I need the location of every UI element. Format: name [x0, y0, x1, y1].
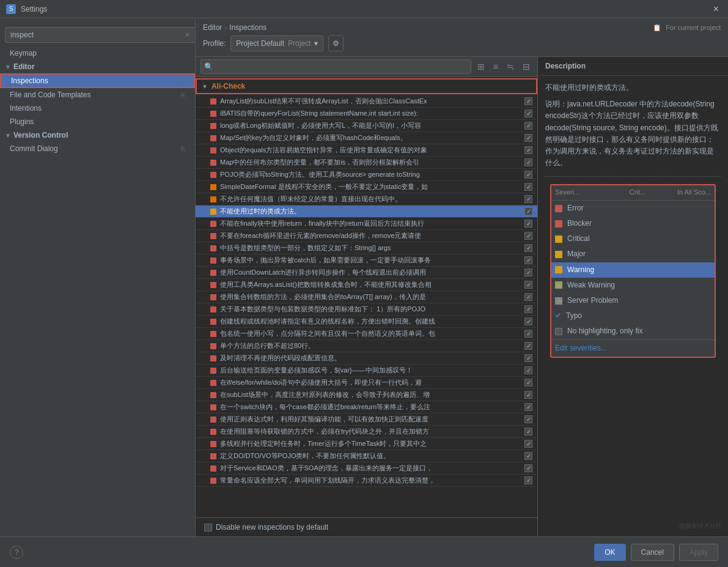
- table-row[interactable]: 不能在finally块中使用return，finally块中的return返回后…: [196, 218, 537, 230]
- table-row[interactable]: 多线程并行处理定时任务时，Timer运行多个TimeTask时，只要其中之: [196, 438, 537, 450]
- edit-severities-link[interactable]: Edit severities...: [551, 339, 715, 357]
- severity-item-typo[interactable]: ✔ Typo: [551, 308, 715, 324]
- severity-item-server-problem[interactable]: Server Problem: [551, 293, 715, 308]
- ali-check-group-header[interactable]: ▼ Ali-Check: [196, 78, 537, 94]
- inspection-checkbox[interactable]: [524, 244, 532, 252]
- inspection-checkbox[interactable]: [524, 476, 532, 484]
- inspection-checkbox[interactable]: [524, 330, 532, 338]
- table-row[interactable]: iBATIS自带的queryForList(String statementNa…: [196, 108, 537, 120]
- table-row[interactable]: 不能使用过时的类或方法。: [196, 206, 537, 218]
- ok-button[interactable]: OK: [594, 544, 625, 561]
- inspection-checkbox[interactable]: [524, 109, 532, 117]
- sidebar-search-input[interactable]: [5, 27, 196, 43]
- cancel-button[interactable]: Cancel: [631, 544, 674, 561]
- inspection-checkbox[interactable]: [524, 207, 532, 215]
- inspection-checkbox[interactable]: [524, 134, 532, 142]
- table-row[interactable]: 关于基本数据类型与包装数据类型的使用标准如下： 1）所有的POJO: [196, 303, 537, 316]
- table-row[interactable]: 使用CountDownLatch进行异步转同步操作，每个线程退出前必须调用: [196, 267, 537, 279]
- severity-item-critical[interactable]: Critical: [551, 231, 715, 246]
- inspection-checkbox[interactable]: [524, 158, 532, 166]
- search-clear-icon[interactable]: ×: [185, 30, 190, 40]
- inspection-checkbox[interactable]: [524, 220, 532, 228]
- table-row[interactable]: 包名统一使用小写，点分隔符之间有且仅有一个自然语义的英语单词。包: [196, 328, 537, 340]
- sidebar-item-plugins[interactable]: Plugins: [0, 115, 195, 128]
- sort-asc-button[interactable]: ≡: [491, 61, 501, 73]
- table-row[interactable]: 不允许任何魔法值（即未经定义的常量）直接出现在代码中。: [196, 193, 537, 206]
- sidebar-item-editor[interactable]: ▼ Editor: [0, 60, 195, 73]
- table-row[interactable]: 在使用阻塞等待获取锁的方式中，必须在try代码块之外，并且在加锁方: [196, 426, 537, 438]
- table-row[interactable]: 使用集合转数组的方法，必须使用集合的toArray(T[] array)，传入的…: [196, 291, 537, 303]
- sidebar-item-inspections[interactable]: Inspections ⎘: [0, 73, 195, 88]
- sidebar-item-commit-dialog[interactable]: Commit Dialog ⎘: [0, 142, 195, 155]
- inspection-checkbox[interactable]: [524, 464, 532, 472]
- severity-item-blocker[interactable]: Blocker: [551, 216, 715, 231]
- inspection-checkbox[interactable]: [524, 195, 532, 203]
- table-row[interactable]: 单个方法的总行数不超过80行。: [196, 340, 537, 352]
- filter-button[interactable]: ⊞: [475, 61, 487, 73]
- table-row[interactable]: Map中的任何布尔类型的变量，都不要加is，否则部分框架解析会引: [196, 157, 537, 169]
- sort-desc-button[interactable]: ≒: [504, 61, 517, 73]
- severity-item-warning[interactable]: Warning: [551, 262, 715, 278]
- grid-button[interactable]: ⊟: [520, 61, 532, 73]
- inspection-checkbox[interactable]: [524, 342, 532, 350]
- table-row[interactable]: 使用正则表达式时，利用好其预编译功能，可以有效加快正则匹配速度: [196, 413, 537, 426]
- table-row[interactable]: 定义DO/DTO/VO等POJO类时，不要加任何属性默认值。: [196, 450, 537, 462]
- table-row[interactable]: 及时清理不再使用的代码段或配置信息。: [196, 352, 537, 365]
- copy-icon[interactable]: ⎘: [180, 77, 184, 84]
- inspection-search-input[interactable]: [200, 59, 471, 74]
- severity-item-major[interactable]: Major: [551, 246, 715, 262]
- table-row[interactable]: Object的equals方法容易抛空指针异常，应使用常量或确定有值的对象: [196, 144, 537, 157]
- gear-button[interactable]: ⚙: [328, 35, 344, 51]
- inspection-checkbox[interactable]: [524, 97, 532, 105]
- inspection-checkbox[interactable]: [524, 366, 532, 374]
- inspection-checkbox[interactable]: [524, 232, 532, 240]
- inspection-checkbox[interactable]: [524, 354, 532, 362]
- table-row[interactable]: 在一个switch块内，每个case都必须通过break/return等来终止，…: [196, 401, 537, 413]
- sidebar-item-intentions[interactable]: Intentions: [0, 102, 195, 115]
- close-button[interactable]: ×: [710, 4, 722, 15]
- table-row[interactable]: 在subList场景中，高度注意对原列表的修改，会导致子列表的遍历、增: [196, 389, 537, 401]
- table-row[interactable]: long或者Long初始赋值时，必须使用大写L，不能是小写的l，小写容: [196, 120, 537, 132]
- severity-item-weak-warning[interactable]: Weak Warning: [551, 278, 715, 293]
- sidebar-item-file-templates[interactable]: File and Code Templates ⎘: [0, 88, 195, 102]
- inspection-checkbox[interactable]: [524, 146, 532, 154]
- table-row[interactable]: 创建线程或线程池时请指定有意义的线程名称，方便出错时回溯。创建线: [196, 316, 537, 328]
- inspection-checkbox[interactable]: [524, 256, 532, 264]
- disable-checkbox[interactable]: [204, 524, 212, 532]
- table-row[interactable]: 在if/else/for/while/do语句中必须使用大括号，即使只有一行代码…: [196, 377, 537, 389]
- sidebar-item-keymap[interactable]: Keymap: [0, 46, 195, 60]
- inspection-checkbox[interactable]: [524, 305, 532, 313]
- table-row[interactable]: ArrayList的subList结果不可强转成ArrayList，否则会抛出C…: [196, 95, 537, 108]
- help-button[interactable]: ?: [10, 546, 23, 559]
- inspection-checkbox[interactable]: [524, 440, 532, 448]
- breadcrumb-inspections[interactable]: Inspections: [229, 23, 267, 32]
- inspection-checkbox[interactable]: [524, 403, 532, 411]
- inspection-checkbox[interactable]: [524, 317, 532, 325]
- table-row[interactable]: 中括号是数组类型的一部分，数组定义如下：String[] args: [196, 242, 537, 254]
- copy-icon[interactable]: ⎘: [181, 145, 185, 152]
- inspection-checkbox[interactable]: [524, 391, 532, 399]
- copy-icon[interactable]: ⎘: [181, 91, 185, 98]
- inspection-checkbox[interactable]: [524, 452, 532, 460]
- table-row[interactable]: 后台输送给页面的变量必须加感叹号，${var}——中间加感叹号！: [196, 365, 537, 377]
- severity-item-no-highlighting[interactable]: No highlighting, only fix: [551, 324, 715, 339]
- table-row[interactable]: Map/Set的key为自定义对象时，必须重写hashCode和equals。: [196, 132, 537, 144]
- table-row[interactable]: 常量命名应该全部大写，单词间用下划线隔开，力求语义表达完整清楚，: [196, 475, 537, 487]
- inspection-checkbox[interactable]: [524, 415, 532, 423]
- table-row[interactable]: 使用工具类Arrays.asList()把数组转换成集合时，不能使用其修改集合相: [196, 279, 537, 291]
- inspection-checkbox[interactable]: [524, 269, 532, 276]
- inspection-checkbox[interactable]: [524, 183, 532, 191]
- table-row[interactable]: 不要在foreach循环里进行元素的remove/add操作，remove元素请…: [196, 230, 537, 242]
- inspection-checkbox[interactable]: [524, 171, 532, 179]
- apply-button[interactable]: Apply: [679, 544, 718, 561]
- inspection-checkbox[interactable]: [524, 293, 532, 301]
- table-row[interactable]: 事务场景中，抛出异常被catch后，如果需要回滚，一定要手动回滚事务: [196, 254, 537, 267]
- for-current-project[interactable]: 📋 For current project: [653, 24, 721, 32]
- inspection-checkbox[interactable]: [524, 379, 532, 387]
- profile-select[interactable]: Project Default Project ▾: [230, 35, 323, 51]
- inspection-checkbox[interactable]: [524, 122, 532, 130]
- inspection-checkbox[interactable]: [524, 428, 532, 435]
- breadcrumb-editor[interactable]: Editor: [203, 23, 222, 32]
- table-row[interactable]: POJO类必须写toString方法。使用工具类source> generate…: [196, 169, 537, 181]
- table-row[interactable]: 对于Service和DAO类，基于SOA的理念，暴露出来的服务一定是接口，: [196, 462, 537, 475]
